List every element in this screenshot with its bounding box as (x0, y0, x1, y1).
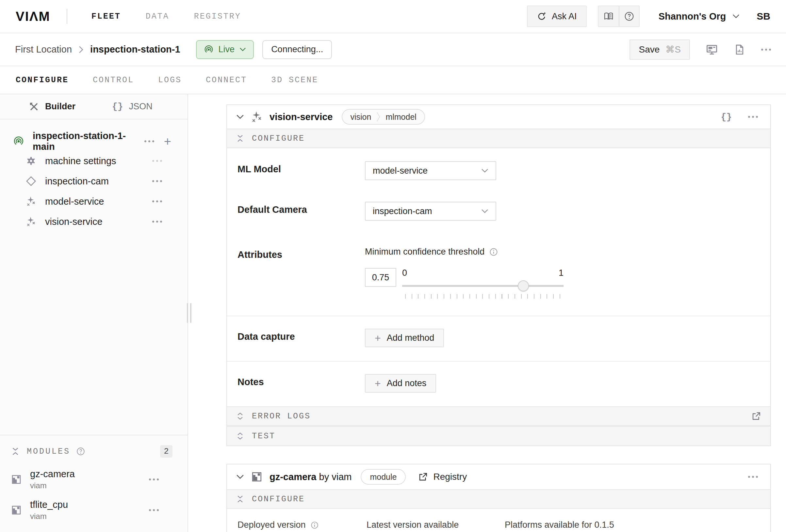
nav-tab-registry[interactable]: REGISTRY (194, 12, 241, 21)
live-status-dropdown[interactable]: Live (196, 40, 254, 59)
tab-connect[interactable]: CONNECT (206, 75, 247, 85)
nav-divider (67, 9, 67, 24)
module-more-icon[interactable] (149, 509, 159, 511)
data-capture-label: Data capture (237, 329, 365, 347)
module-card-body: Deployed version 0.1.5 (227, 509, 770, 532)
notes-row: Notes + Add notes (237, 362, 760, 406)
slider-ticks (405, 294, 561, 299)
tab-control[interactable]: CONTROL (93, 75, 134, 85)
module-org: viam (30, 512, 68, 521)
slider-thumb[interactable] (518, 280, 529, 291)
tree-item-more-icon[interactable] (152, 180, 162, 182)
data-capture-row: Data capture + Add method (237, 316, 760, 361)
tab-configure[interactable]: CONFIGURE (16, 75, 69, 85)
add-notes-button[interactable]: + Add notes (365, 374, 436, 393)
deployed-version-col: Deployed version 0.1.5 (237, 520, 367, 532)
tab-logs[interactable]: LOGS (158, 75, 182, 85)
module-configure-section-bar[interactable]: CONFIGURE (227, 489, 770, 509)
org-switcher[interactable]: Shannon's Org (658, 11, 740, 22)
card-more-options-icon[interactable] (748, 476, 758, 478)
module-more-icon[interactable] (149, 479, 159, 480)
default-camera-label: Default Camera (237, 202, 365, 221)
avatar[interactable]: SB (757, 11, 770, 22)
tree-item-label: vision-service (45, 216, 102, 227)
ml-model-label: ML Model (237, 161, 365, 180)
default-camera-select[interactable]: inspection-cam (365, 202, 496, 221)
tree-item-label: machine settings (45, 156, 116, 166)
docs-book-icon[interactable] (599, 6, 619, 26)
ask-ai-button[interactable]: Ask AI (527, 5, 587, 27)
card-more-options-icon[interactable] (748, 116, 758, 118)
registry-label: Registry (433, 471, 467, 482)
registry-link[interactable]: Registry (418, 471, 467, 482)
machine-part-more-icon[interactable] (144, 140, 154, 142)
modules-title: MODULES (27, 447, 70, 456)
collapse-icon[interactable] (11, 446, 20, 456)
viam-logo[interactable]: VIΛM (16, 9, 50, 24)
default-camera-row: Default Camera inspection-cam (237, 202, 760, 221)
tree-item-vision-service[interactable]: vision-service (0, 212, 187, 232)
save-button[interactable]: Save ⌘S (629, 40, 690, 60)
present-screen-icon[interactable] (706, 43, 718, 56)
connecting-status-button[interactable]: Connecting... (262, 40, 332, 59)
collapse-chevron-icon[interactable] (236, 114, 244, 119)
live-label: Live (218, 44, 235, 54)
machine-part-icon (13, 136, 24, 147)
report-file-icon[interactable] (734, 43, 745, 56)
save-shortcut: ⌘S (666, 44, 681, 55)
open-logs-external-icon[interactable] (752, 411, 761, 421)
tree-item-more-icon[interactable] (152, 160, 162, 162)
module-icon (11, 474, 22, 485)
gz-camera-module-card: gz-camera by viam module Registry (226, 464, 771, 532)
breadcrumb-location[interactable]: First Location (15, 44, 72, 55)
test-section-bar[interactable]: TEST (227, 426, 770, 445)
ml-model-select[interactable]: model-service (365, 161, 496, 180)
collapse-chevron-icon[interactable] (236, 474, 244, 480)
tree-item-inspection-cam[interactable]: inspection-cam (0, 171, 187, 191)
configure-label: CONFIGURE (252, 134, 305, 143)
edit-json-icon[interactable]: {} (721, 112, 732, 122)
attributes-row: Attributes Minimum confidence threshold (237, 247, 760, 299)
machine-bar: First Location inspection-station-1 Live… (0, 33, 786, 66)
ml-model-value: model-service (373, 166, 427, 176)
expand-icon (236, 412, 244, 421)
error-logs-section-bar[interactable]: ERROR LOGS (227, 406, 770, 426)
json-mode-toggle[interactable]: {} JSON (112, 101, 153, 112)
service-icon (26, 217, 36, 226)
tab-3d-scene[interactable]: 3D SCENE (271, 75, 318, 85)
threshold-slider: 0 1 (402, 268, 563, 299)
add-method-button[interactable]: + Add method (365, 329, 444, 347)
modules-help-icon[interactable] (76, 447, 85, 456)
threshold-input[interactable] (365, 268, 396, 287)
tree-item-more-icon[interactable] (152, 200, 162, 202)
machine-actions: Save ⌘S (629, 40, 771, 60)
tag-mlmodel: mlmodel (386, 112, 416, 122)
slider-track[interactable] (402, 280, 563, 292)
module-name: gz-camera (30, 469, 75, 480)
tree-item-more-icon[interactable] (152, 221, 162, 223)
gear-icon (26, 156, 36, 166)
builder-mode-toggle[interactable]: Builder (29, 101, 75, 112)
default-camera-value: inspection-cam (373, 206, 432, 216)
nav-tab-data[interactable]: DATA (146, 12, 169, 21)
module-card-header: gz-camera by viam module Registry (227, 464, 770, 489)
info-icon[interactable] (310, 521, 319, 529)
module-item-tflite-cpu[interactable]: tflite_cpu viam (11, 499, 172, 521)
module-item-gz-camera[interactable]: gz-camera viam (11, 469, 172, 490)
configure-section-bar[interactable]: CONFIGURE (227, 128, 770, 148)
tree-root-machine[interactable]: inspection-station-1-main + (0, 132, 187, 151)
machine-more-options-icon[interactable] (761, 49, 771, 51)
json-label: JSON (129, 101, 153, 112)
tree-item-model-service[interactable]: model-service (0, 191, 187, 212)
sidebar-resize-handle[interactable] (187, 303, 191, 323)
add-component-icon[interactable]: + (164, 135, 171, 147)
config-sidebar: Builder {} JSON inspection (0, 94, 188, 532)
tree-item-label: inspection-cam (45, 176, 109, 187)
info-icon[interactable] (489, 247, 498, 257)
page-tab-bar: CONFIGURE CONTROL LOGS CONNECT 3D SCENE (0, 66, 786, 94)
ask-ai-label: Ask AI (552, 11, 577, 22)
nav-tab-fleet[interactable]: FLEET (91, 12, 121, 21)
tree-item-machine-settings[interactable]: machine settings (0, 151, 187, 171)
help-icon[interactable] (619, 6, 639, 26)
module-author: by viam (319, 471, 352, 482)
